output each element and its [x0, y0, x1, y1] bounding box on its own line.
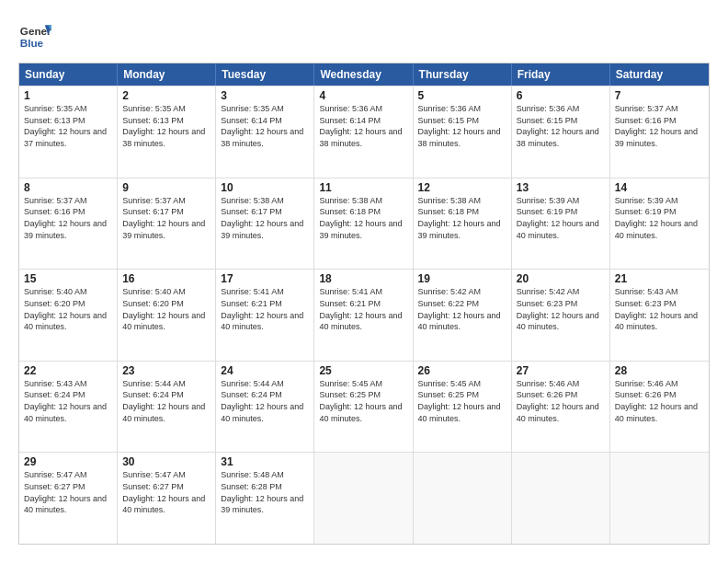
- day-number: 5: [418, 89, 506, 102]
- cell-info: Sunrise: 5:41 AMSunset: 6:21 PMDaylight:…: [221, 287, 303, 331]
- cell-info: Sunrise: 5:47 AMSunset: 6:27 PMDaylight:…: [24, 470, 107, 514]
- cell-info: Sunrise: 5:43 AMSunset: 6:23 PMDaylight:…: [615, 287, 698, 331]
- calendar-cell: 10 Sunrise: 5:38 AMSunset: 6:17 PMDaylig…: [216, 178, 314, 270]
- calendar-cell: 16 Sunrise: 5:40 AMSunset: 6:20 PMDaylig…: [118, 270, 216, 361]
- cell-info: Sunrise: 5:36 AMSunset: 6:14 PMDaylight:…: [319, 104, 402, 148]
- cell-info: Sunrise: 5:44 AMSunset: 6:24 PMDaylight:…: [221, 379, 303, 423]
- cell-info: Sunrise: 5:37 AMSunset: 6:16 PMDaylight:…: [615, 104, 698, 148]
- cell-info: Sunrise: 5:42 AMSunset: 6:22 PMDaylight:…: [418, 287, 501, 331]
- cell-info: Sunrise: 5:35 AMSunset: 6:13 PMDaylight:…: [24, 104, 107, 148]
- calendar-cell: 17 Sunrise: 5:41 AMSunset: 6:21 PMDaylig…: [216, 270, 314, 361]
- day-number: 23: [122, 364, 210, 377]
- calendar-cell: 14 Sunrise: 5:39 AMSunset: 6:19 PMDaylig…: [610, 178, 709, 270]
- day-number: 16: [122, 272, 210, 285]
- calendar-body: 1 Sunrise: 5:35 AMSunset: 6:13 PMDayligh…: [19, 86, 709, 544]
- calendar-header-cell: Monday: [118, 63, 216, 86]
- day-number: 28: [615, 364, 704, 377]
- calendar-row: 15 Sunrise: 5:40 AMSunset: 6:20 PMDaylig…: [19, 269, 709, 361]
- calendar-cell: 15 Sunrise: 5:40 AMSunset: 6:20 PMDaylig…: [19, 270, 118, 361]
- calendar-cell: [414, 453, 512, 544]
- day-number: 8: [24, 181, 112, 194]
- calendar-cell: 23 Sunrise: 5:44 AMSunset: 6:24 PMDaylig…: [118, 362, 216, 453]
- cell-info: Sunrise: 5:47 AMSunset: 6:27 PMDaylight:…: [122, 470, 205, 514]
- calendar-header-cell: Friday: [512, 63, 610, 86]
- cell-info: Sunrise: 5:38 AMSunset: 6:18 PMDaylight:…: [418, 196, 501, 240]
- calendar-cell: 11 Sunrise: 5:38 AMSunset: 6:18 PMDaylig…: [314, 178, 413, 270]
- calendar-cell: 3 Sunrise: 5:35 AMSunset: 6:14 PMDayligh…: [216, 86, 314, 178]
- day-number: 20: [517, 272, 605, 285]
- day-number: 13: [517, 181, 605, 194]
- calendar-cell: 6 Sunrise: 5:36 AMSunset: 6:15 PMDayligh…: [512, 86, 610, 178]
- cell-info: Sunrise: 5:40 AMSunset: 6:20 PMDaylight:…: [122, 287, 205, 331]
- calendar-cell: [314, 453, 413, 544]
- calendar-cell: 27 Sunrise: 5:46 AMSunset: 6:26 PMDaylig…: [512, 362, 610, 453]
- cell-info: Sunrise: 5:48 AMSunset: 6:28 PMDaylight:…: [221, 470, 303, 514]
- day-number: 1: [24, 89, 112, 102]
- calendar-header-cell: Thursday: [414, 63, 512, 86]
- day-number: 7: [615, 89, 704, 102]
- calendar-cell: 13 Sunrise: 5:39 AMSunset: 6:19 PMDaylig…: [512, 178, 610, 270]
- day-number: 11: [319, 181, 407, 194]
- calendar-row: 1 Sunrise: 5:35 AMSunset: 6:13 PMDayligh…: [19, 86, 709, 178]
- cell-info: Sunrise: 5:45 AMSunset: 6:25 PMDaylight:…: [319, 379, 402, 423]
- day-number: 22: [24, 364, 112, 377]
- day-number: 19: [418, 272, 506, 285]
- page: General Blue SundayMondayTuesdayWednesda…: [0, 0, 728, 563]
- cell-info: Sunrise: 5:36 AMSunset: 6:15 PMDaylight:…: [517, 104, 599, 148]
- calendar-cell: 8 Sunrise: 5:37 AMSunset: 6:16 PMDayligh…: [19, 178, 118, 270]
- cell-info: Sunrise: 5:46 AMSunset: 6:26 PMDaylight:…: [517, 379, 599, 423]
- cell-info: Sunrise: 5:35 AMSunset: 6:13 PMDaylight:…: [122, 104, 205, 148]
- calendar-row: 22 Sunrise: 5:43 AMSunset: 6:24 PMDaylig…: [19, 361, 709, 453]
- calendar-cell: 29 Sunrise: 5:47 AMSunset: 6:27 PMDaylig…: [19, 453, 118, 544]
- calendar-header: SundayMondayTuesdayWednesdayThursdayFrid…: [19, 63, 709, 86]
- calendar-cell: 24 Sunrise: 5:44 AMSunset: 6:24 PMDaylig…: [216, 362, 314, 453]
- calendar-cell: 12 Sunrise: 5:38 AMSunset: 6:18 PMDaylig…: [414, 178, 512, 270]
- cell-info: Sunrise: 5:43 AMSunset: 6:24 PMDaylight:…: [24, 379, 107, 423]
- calendar-cell: 1 Sunrise: 5:35 AMSunset: 6:13 PMDayligh…: [19, 86, 118, 178]
- calendar-cell: 28 Sunrise: 5:46 AMSunset: 6:26 PMDaylig…: [610, 362, 709, 453]
- cell-info: Sunrise: 5:38 AMSunset: 6:18 PMDaylight:…: [319, 196, 402, 240]
- calendar-cell: 4 Sunrise: 5:36 AMSunset: 6:14 PMDayligh…: [314, 86, 413, 178]
- calendar-cell: 20 Sunrise: 5:42 AMSunset: 6:23 PMDaylig…: [512, 270, 610, 361]
- cell-info: Sunrise: 5:36 AMSunset: 6:15 PMDaylight:…: [418, 104, 501, 148]
- svg-text:Blue: Blue: [20, 37, 44, 49]
- calendar-cell: 18 Sunrise: 5:41 AMSunset: 6:21 PMDaylig…: [314, 270, 413, 361]
- cell-info: Sunrise: 5:37 AMSunset: 6:17 PMDaylight:…: [122, 196, 205, 240]
- day-number: 2: [122, 89, 210, 102]
- cell-info: Sunrise: 5:39 AMSunset: 6:19 PMDaylight:…: [517, 196, 599, 240]
- calendar-header-cell: Wednesday: [314, 63, 413, 86]
- logo-icon: General Blue: [18, 18, 51, 52]
- calendar-cell: 22 Sunrise: 5:43 AMSunset: 6:24 PMDaylig…: [19, 362, 118, 453]
- logo: General Blue: [18, 18, 51, 52]
- calendar-cell: 30 Sunrise: 5:47 AMSunset: 6:27 PMDaylig…: [118, 453, 216, 544]
- cell-info: Sunrise: 5:41 AMSunset: 6:21 PMDaylight:…: [319, 287, 402, 331]
- day-number: 27: [517, 364, 605, 377]
- day-number: 14: [615, 181, 704, 194]
- day-number: 30: [122, 455, 210, 468]
- calendar-row: 8 Sunrise: 5:37 AMSunset: 6:16 PMDayligh…: [19, 178, 709, 270]
- calendar-cell: [512, 453, 610, 544]
- day-number: 21: [615, 272, 704, 285]
- day-number: 9: [122, 181, 210, 194]
- cell-info: Sunrise: 5:46 AMSunset: 6:26 PMDaylight:…: [615, 379, 698, 423]
- calendar-cell: 9 Sunrise: 5:37 AMSunset: 6:17 PMDayligh…: [118, 178, 216, 270]
- calendar-cell: 21 Sunrise: 5:43 AMSunset: 6:23 PMDaylig…: [610, 270, 709, 361]
- calendar-header-cell: Tuesday: [216, 63, 314, 86]
- calendar-cell: 25 Sunrise: 5:45 AMSunset: 6:25 PMDaylig…: [314, 362, 413, 453]
- calendar-cell: 5 Sunrise: 5:36 AMSunset: 6:15 PMDayligh…: [414, 86, 512, 178]
- cell-info: Sunrise: 5:44 AMSunset: 6:24 PMDaylight:…: [122, 379, 205, 423]
- calendar-header-cell: Saturday: [610, 63, 709, 86]
- day-number: 3: [221, 89, 309, 102]
- day-number: 31: [221, 455, 309, 468]
- day-number: 4: [319, 89, 407, 102]
- cell-info: Sunrise: 5:40 AMSunset: 6:20 PMDaylight:…: [24, 287, 107, 331]
- day-number: 10: [221, 181, 309, 194]
- calendar-row: 29 Sunrise: 5:47 AMSunset: 6:27 PMDaylig…: [19, 452, 709, 544]
- calendar-header-cell: Sunday: [19, 63, 118, 86]
- calendar-cell: 19 Sunrise: 5:42 AMSunset: 6:22 PMDaylig…: [414, 270, 512, 361]
- cell-info: Sunrise: 5:37 AMSunset: 6:16 PMDaylight:…: [24, 196, 107, 240]
- cell-info: Sunrise: 5:38 AMSunset: 6:17 PMDaylight:…: [221, 196, 303, 240]
- day-number: 18: [319, 272, 407, 285]
- calendar-cell: 7 Sunrise: 5:37 AMSunset: 6:16 PMDayligh…: [610, 86, 709, 178]
- day-number: 24: [221, 364, 309, 377]
